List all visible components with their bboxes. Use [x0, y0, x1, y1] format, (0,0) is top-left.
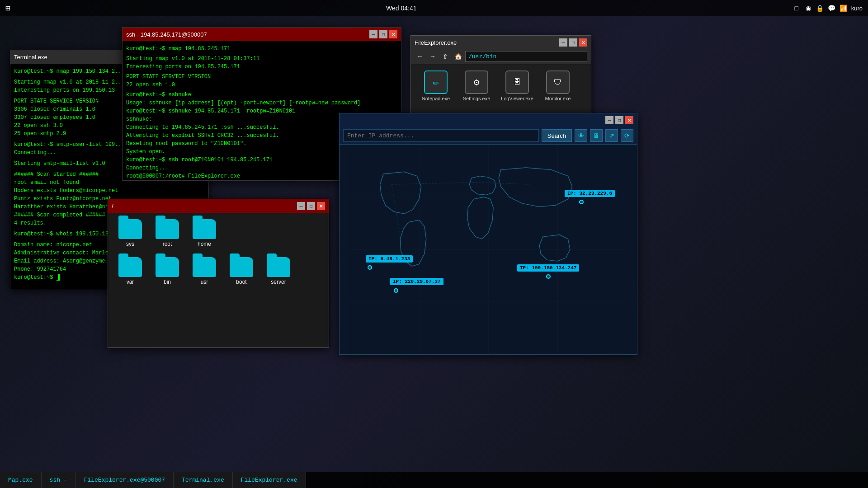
folder-server-icon [267, 257, 290, 277]
fileexp-large-maximize[interactable]: □ [569, 38, 577, 47]
fileexp-small-body: sys root home var [108, 213, 329, 347]
logviewer-icon: 🗄 [505, 70, 529, 94]
app-notepad[interactable]: ✏ Notepad.exe [420, 70, 452, 101]
map-close[interactable]: ✕ [625, 116, 633, 124]
settings-icon: ⚙ [465, 70, 488, 94]
map-controls: ─ □ ✕ [605, 116, 633, 124]
nav-home-button[interactable]: 🏠 [453, 51, 463, 62]
ssh-line: PORT STATE SERVICE VERSION [126, 73, 397, 81]
folder-usr[interactable]: usr [189, 257, 220, 285]
nav-up-button[interactable]: ⇧ [440, 51, 451, 62]
fileexp-large-titlebar[interactable]: FileExplorer.exe ─ □ ✕ [411, 36, 591, 49]
ip-badge-1: IP: 32.23.229.6 [565, 190, 615, 197]
ssh-close[interactable]: ✕ [389, 30, 397, 38]
ssh-line: Starting nmap v1.0 at 2018-11-28 01:37:1… [126, 55, 397, 63]
map-screen-icon-btn[interactable]: 🖥 [590, 129, 603, 142]
folder-boot-label: boot [236, 279, 246, 285]
fileexp-small-grid-row2: var bin usr boot [113, 255, 324, 287]
terminal-title: Terminal.exe [14, 54, 47, 61]
ssh-controls: ─ □ ✕ [369, 30, 397, 38]
taskbar-terminal-exe[interactable]: Terminal.exe [174, 472, 233, 488]
map-ip-input[interactable] [343, 129, 539, 142]
fileexp-large-toolbar: ← → ⇧ 🏠 [411, 49, 591, 64]
ip-dot-4 [546, 274, 551, 279]
folder-bin-label: bin [164, 279, 171, 285]
folder-server[interactable]: server [263, 257, 294, 285]
fileexp-small-close[interactable]: ✕ [317, 202, 325, 210]
monitor-label: Monitor.exe [545, 96, 571, 101]
taskbar-ssh-exe[interactable]: ssh - [42, 472, 76, 488]
ip-dot-2 [368, 265, 372, 270]
fileexp-small-titlebar[interactable]: / ─ □ ✕ [108, 199, 329, 213]
fileexp-large-grid: ✏ Notepad.exe ⚙ Settings.exe 🗄 LogViewer… [411, 64, 591, 108]
fileexp-small-maximize[interactable]: □ [307, 202, 315, 210]
app-logviewer[interactable]: 🗄 LogViewer.exe [501, 70, 533, 101]
fileexp-small-window: / ─ □ ✕ sys root [108, 199, 329, 348]
fileexp-large-minimize[interactable]: ─ [559, 38, 567, 47]
clock: Wed 04:41 [386, 5, 416, 12]
ip-badge-4: IP: 199.150.134.247 [517, 264, 579, 272]
ip-badge-2: IP: 9.48.1.233 [366, 255, 413, 263]
ssh-line: kuro@test:~$ sshnuke [126, 91, 397, 99]
folder-usr-label: usr [201, 279, 208, 285]
notepad-label: Notepad.exe [422, 96, 450, 101]
notepad-icon: ✏ [424, 70, 448, 94]
taskbar-map-exe[interactable]: Map.exe [0, 472, 42, 488]
ssh-maximize[interactable]: □ [379, 30, 387, 38]
map-search-button[interactable]: Search [542, 129, 572, 142]
system-tray: □ ◉ 🔒 💬 📶 kuro [793, 4, 863, 12]
folder-home[interactable]: home [189, 219, 220, 247]
fileexp-small-content: sys root home var [108, 213, 329, 347]
folder-boot[interactable]: boot [226, 257, 257, 285]
folder-home-label: home [198, 241, 211, 247]
map-view-icon-btn[interactable]: 👁 [575, 129, 587, 142]
username-label: kuro [851, 5, 863, 12]
map-refresh-icon-btn[interactable]: ⟳ [621, 129, 633, 142]
nav-forward-button[interactable]: → [427, 51, 438, 62]
folder-var-label: var [127, 279, 134, 285]
app-monitor[interactable]: 🛡 Monitor.exe [542, 70, 574, 101]
map-toolbar: Search 👁 🖥 ↗ ⟳ [340, 127, 637, 145]
folder-sys-label: sys [126, 241, 134, 247]
app-settings[interactable]: ⚙ Settings.exe [461, 70, 492, 101]
settings-label: Settings.exe [463, 96, 491, 101]
world-map-svg [340, 145, 637, 354]
taskbar-bottom: Map.exe ssh - FileExplorer.exe@500007 Te… [0, 472, 868, 488]
ssh-minimize[interactable]: ─ [369, 30, 377, 38]
fileexp-large-window: FileExplorer.exe ─ □ ✕ ← → ⇧ 🏠 ✏ Notepad… [410, 35, 591, 126]
folder-sys[interactable]: sys [114, 219, 146, 247]
chat-icon: 💬 [828, 4, 836, 12]
taskbar-fileexp-500007[interactable]: FileExplorer.exe@500007 [76, 472, 174, 488]
taskbar-fileexp-exe[interactable]: FileExplorer.exe [233, 472, 306, 488]
folder-boot-icon [230, 257, 253, 277]
folder-bin[interactable]: bin [151, 257, 183, 285]
ssh-line: Interesting ports on 194.85.245.171 [126, 63, 397, 71]
monitor-icon: 🛡 [546, 70, 570, 94]
path-input[interactable] [465, 51, 587, 62]
folder-bin-icon [156, 257, 179, 277]
fileexp-large-close[interactable]: ✕ [579, 38, 587, 47]
map-maximize[interactable]: □ [615, 116, 623, 124]
ssh-titlebar[interactable]: ssh - 194.85.245.171@500007 ─ □ ✕ [123, 28, 401, 41]
ssh-line: Usage: sshnuke [ip address] [(opt) -port… [126, 99, 397, 107]
apps-grid-icon[interactable]: ⊞ [5, 3, 10, 13]
folder-root-label: root [163, 241, 172, 247]
folder-sys-icon [118, 219, 142, 239]
fileexp-small-minimize[interactable]: ─ [297, 202, 305, 210]
map-titlebar[interactable]: ─ □ ✕ [340, 113, 637, 127]
lock-icon: 🔒 [816, 4, 824, 12]
folder-var[interactable]: var [114, 257, 146, 285]
ssh-line: 22 open ssh 1.0 [126, 81, 397, 89]
ssh-line: kuro@test:~$ nmap 194.85.245.171 [126, 45, 397, 53]
map-share-icon-btn[interactable]: ↗ [605, 129, 618, 142]
map-content: IP: 32.23.229.6 IP: 9.48.1.233 IP: 220.2… [340, 145, 637, 354]
fileexp-small-grid-row1: sys root home [113, 217, 324, 249]
logviewer-label: LogViewer.exe [501, 96, 533, 101]
fileexp-small-controls: ─ □ ✕ [297, 202, 325, 210]
screen-icon: □ [793, 4, 801, 12]
fileexp-large-controls: ─ □ ✕ [559, 38, 587, 47]
taskbar-top: ⊞ Wed 04:41 □ ◉ 🔒 💬 📶 kuro [0, 0, 868, 16]
nav-back-button[interactable]: ← [415, 51, 425, 62]
map-minimize[interactable]: ─ [605, 116, 613, 124]
folder-root[interactable]: root [151, 219, 183, 247]
